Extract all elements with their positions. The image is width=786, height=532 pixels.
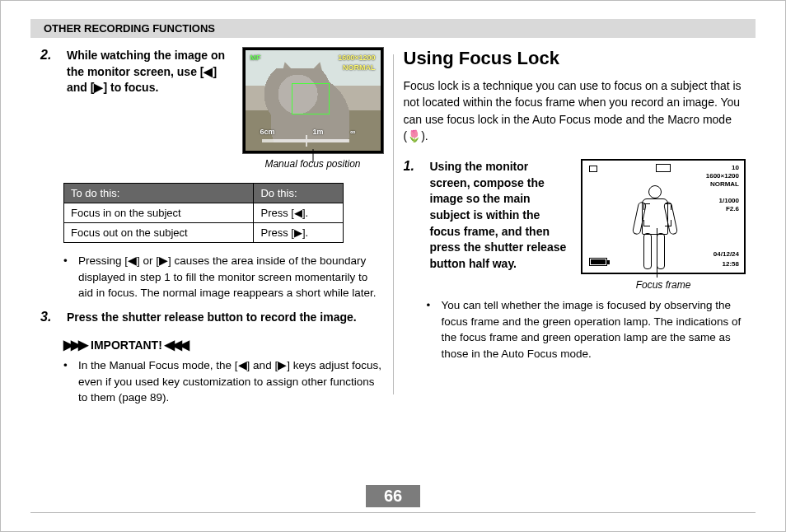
note-bullet: • Pressing [◀] or [▶] causes the area in… — [63, 253, 383, 301]
lcd-date: 04/12/24 — [713, 250, 739, 258]
table-cell: Press [◀]. — [254, 203, 344, 223]
table-row: Focus out on the subject Press [▶]. — [64, 223, 344, 243]
focus-action-table: To do this: Do this: Focus in on the sub… — [63, 183, 344, 243]
osd-quality: NORMAL — [343, 63, 376, 72]
step-2-text: While watching the image on the monitor … — [67, 48, 233, 96]
cat-photo: MF 1600×1200 NORMAL 6cm 1m ∞ — [243, 48, 383, 153]
step-1-text: Using the monitor screen, compose the im… — [430, 159, 570, 272]
table-cell: Focus out on the subject — [64, 223, 254, 243]
important-label: IMPORTANT! — [91, 338, 162, 352]
table-row: Focus in on the subject Press [◀]. — [64, 203, 344, 223]
focus-bar-icon — [262, 139, 349, 142]
page-footer: 66 — [1, 485, 785, 513]
pointer-line-icon — [312, 149, 313, 162]
osd-near: 6cm — [260, 128, 275, 136]
bullet-dot-icon: • — [63, 357, 72, 406]
chevron-right-icon: ▶▶▶ — [63, 337, 86, 352]
osd-mf: MF — [250, 54, 261, 62]
table-cell: Press [▶]. — [254, 223, 344, 243]
lcd-illustration: 10 1600×1200 NORMAL 1/1000 F2.6 04/12/24… — [581, 159, 746, 274]
lcd-caption: Focus frame — [581, 279, 746, 291]
pointer-line-icon — [657, 228, 657, 278]
important-text: In the Manual Focus mode, the [◀] and [▶… — [78, 357, 383, 406]
footer-rule — [30, 512, 756, 513]
important-heading: ▶▶▶ IMPORTANT! ▶▶▶ — [63, 337, 383, 352]
lcd-resolution: 1600×1200 — [706, 172, 739, 180]
lcd-count: 10 — [732, 164, 739, 171]
person-outline-icon — [630, 185, 680, 268]
step-3-number: 3. — [40, 310, 58, 326]
lcd-fnumber: F2.6 — [726, 205, 739, 212]
lcd-quality: NORMAL — [710, 180, 739, 188]
right-column: Using Focus Lock Focus lock is a techniq… — [394, 48, 756, 414]
focus-frame-overlay — [292, 83, 330, 114]
bullet-dot-icon: • — [63, 253, 72, 301]
bullet-dot-icon: • — [427, 297, 435, 362]
focus-lock-intro: Focus lock is a technique you can use to… — [404, 77, 746, 144]
step-1-number: 1. — [404, 159, 422, 272]
osd-far: 1m — [313, 128, 324, 136]
focus-frame-icon — [643, 203, 671, 226]
lcd-time: 12:58 — [723, 260, 739, 268]
table-header: To do this: — [64, 184, 254, 203]
lcd-shutter: 1/1000 — [719, 197, 739, 204]
focus-note-bullet: • You can tell whether the image is focu… — [427, 297, 746, 362]
left-column: 2. While watching the image on the monit… — [30, 48, 393, 414]
battery-icon — [589, 258, 607, 266]
page-number: 66 — [366, 485, 420, 507]
osd-infinity: ∞ — [350, 128, 355, 136]
table-cell: Focus in on the subject — [64, 203, 254, 223]
lcd-illustration-block: 10 1600×1200 NORMAL 1/1000 F2.6 04/12/24… — [581, 159, 746, 291]
two-column-layout: 2. While watching the image on the monit… — [30, 48, 756, 414]
manual-page: OTHER RECORDING FUNCTIONS 2. While watch… — [0, 0, 786, 532]
important-bullet: • In the Manual Focus mode, the [◀] and … — [63, 357, 383, 406]
step-3-text: Press the shutter release button to reco… — [67, 310, 357, 326]
step-2-number: 2. — [40, 48, 58, 96]
osd-resolution: 1600×1200 — [338, 54, 375, 62]
manual-focus-photo-block: MF 1600×1200 NORMAL 6cm 1m ∞ Manual focu… — [243, 48, 383, 170]
focus-lock-heading: Using Focus Lock — [404, 48, 746, 69]
camera-mode-icon — [656, 164, 671, 172]
section-header: OTHER RECORDING FUNCTIONS — [30, 19, 756, 38]
chevron-left-icon: ▶▶▶ — [167, 337, 189, 352]
table-header: Do this: — [254, 184, 344, 203]
flash-icon — [589, 166, 597, 172]
note-text: Pressing [◀] or [▶] causes the area insi… — [78, 253, 383, 301]
focus-note-text: You can tell whether the image is focuse… — [442, 297, 746, 362]
